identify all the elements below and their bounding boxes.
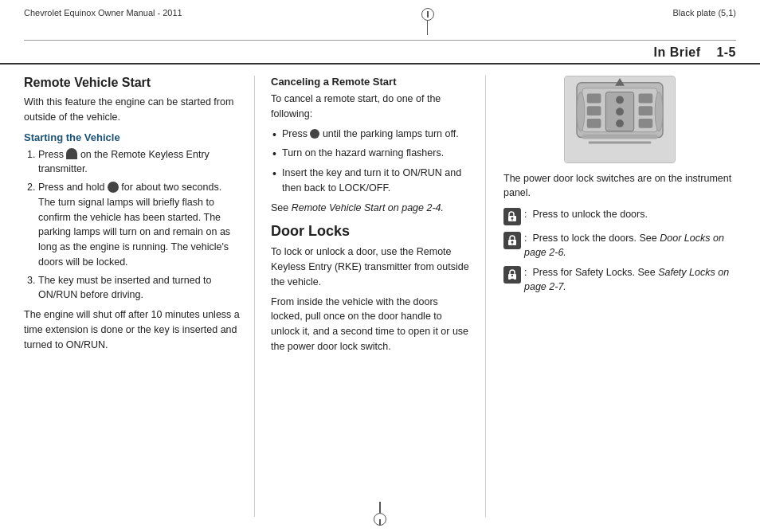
door-locks-body1: To lock or unlock a door, use the Remote… (271, 244, 471, 289)
door-locks-ref: Door Locks on page 2-6. (524, 233, 724, 258)
header-circle (421, 8, 434, 21)
footer-circle (374, 513, 386, 526)
svg-rect-4 (587, 94, 601, 104)
page-number: 1-5 (716, 45, 736, 59)
safety-lock-text: : Press for Safety Locks. See Safety Loc… (524, 266, 736, 294)
unlock-icon (507, 211, 518, 222)
svg-rect-9 (639, 119, 653, 128)
starting-vehicle-subtitle: Starting the Vehicle (24, 131, 240, 143)
safety-locks-ref: Safety Locks on page 2-7. (524, 267, 729, 292)
cancel-bullet-2: Turn on the hazard warning flashers. (271, 146, 471, 161)
remote-start-title: Remote Vehicle Start (24, 76, 240, 90)
door-locks-body2: From inside the vehicle with the doors l… (271, 295, 471, 354)
step-2: Press and hold for about two seconds. Th… (38, 180, 240, 270)
canceling-bullets: Press until the parking lamps turn off. … (271, 127, 471, 196)
remote-icon-cancel (310, 129, 319, 139)
lock-icon-step1 (66, 148, 77, 159)
see-ref-italic: Remote Vehicle Start on page 2-4. (292, 202, 444, 213)
canceling-title: Canceling a Remote Start (271, 76, 471, 88)
car-image-svg (565, 76, 675, 162)
car-image (564, 76, 676, 163)
header-decoration (421, 8, 434, 35)
svg-point-22 (511, 241, 514, 244)
page-title: In Brief 1-5 (653, 45, 736, 60)
header-left-text: Chevrolet Equinox Owner Manual - 2011 (24, 8, 182, 18)
svg-rect-6 (587, 119, 601, 128)
svg-point-19 (511, 217, 514, 220)
right-column: The power door lock switches are on the … (502, 76, 736, 517)
svg-rect-7 (639, 94, 653, 104)
main-content: Remote Vehicle Start With this feature t… (0, 65, 760, 525)
cancel-bullet-3: Insert the key and turn it to ON/RUN and… (271, 166, 471, 196)
section-label: In Brief (653, 45, 700, 59)
lock-text: : Press to lock the doors. See Door Lock… (524, 232, 736, 260)
canceling-intro: To cancel a remote start, do one of the … (271, 92, 471, 122)
safety-lock-icon (507, 269, 518, 280)
svg-point-17 (655, 92, 663, 131)
page-title-bar: In Brief 1-5 (0, 41, 760, 65)
car-image-container (503, 76, 736, 163)
lock-item-lock: : Press to lock the doors. See Door Lock… (503, 232, 736, 260)
mid-column: Canceling a Remote Start To cancel a rem… (271, 76, 486, 517)
svg-point-12 (616, 108, 624, 115)
svg-rect-14 (582, 135, 657, 139)
svg-rect-5 (587, 106, 601, 115)
left-column: Remote Vehicle Start With this feature t… (24, 76, 255, 517)
step-1: Press on the Remote Keyless Entry transm… (38, 147, 240, 178)
step-3: The key must be inserted and turned to O… (38, 273, 240, 303)
svg-point-25 (511, 275, 513, 276)
svg-rect-15 (589, 141, 652, 143)
lock-icon (507, 235, 518, 246)
unlock-text: : Press to unlock the doors. (524, 208, 648, 222)
svg-point-13 (616, 119, 624, 127)
panel-caption: The power door lock switches are on the … (503, 171, 736, 200)
page-header: Chevrolet Equinox Owner Manual - 2011 Bl… (0, 0, 760, 40)
header-line (427, 21, 429, 35)
footer-line (379, 502, 381, 513)
footer-decoration (374, 502, 386, 526)
svg-point-16 (577, 92, 585, 131)
remote-start-intro: With this feature the engine can be star… (24, 95, 240, 125)
svg-rect-8 (639, 106, 653, 115)
unlock-icon-box (503, 208, 521, 225)
cancel-bullet-1: Press until the parking lamps turn off. (271, 127, 471, 142)
lock-item-unlock: : Press to unlock the doors. (503, 208, 736, 225)
safety-lock-icon-box (503, 266, 521, 284)
lock-icon-box (503, 232, 521, 249)
starting-steps-list: Press on the Remote Keyless Entry transm… (24, 147, 240, 303)
svg-point-11 (616, 96, 624, 104)
lock-item-safety: : Press for Safety Locks. See Safety Loc… (503, 266, 736, 294)
door-locks-title: Door Locks (271, 223, 471, 240)
header-right-text: Black plate (5,1) (673, 8, 736, 18)
see-ref: See Remote Vehicle Start on page 2-4. (271, 201, 471, 216)
remote-icon-step2 (108, 182, 119, 193)
engine-shutoff-note: The engine will shut off after 10 minute… (24, 307, 240, 352)
